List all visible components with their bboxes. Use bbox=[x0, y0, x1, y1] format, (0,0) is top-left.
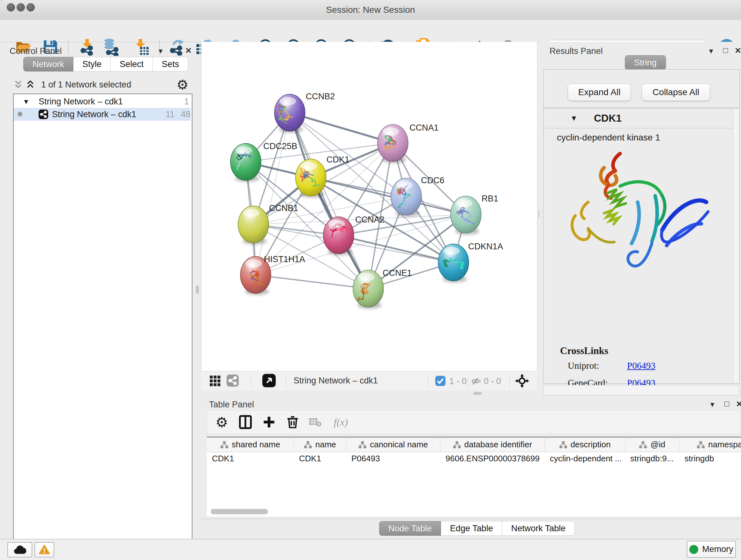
tab-network-table[interactable]: Network Table bbox=[502, 521, 575, 536]
node-table[interactable]: shared name name canonical name database… bbox=[207, 437, 741, 516]
cell-name[interactable]: CDK1 bbox=[294, 452, 346, 465]
network-node-CCNA2[interactable] bbox=[323, 217, 354, 255]
cell-shared-name[interactable]: CDK1 bbox=[207, 452, 294, 465]
network-node-CCNB1[interactable] bbox=[238, 206, 269, 245]
cell-database-identifier[interactable]: 9606.ENSP00000378699 bbox=[441, 452, 545, 465]
tab-style[interactable]: Style bbox=[73, 57, 111, 71]
left-splitter-handle[interactable] bbox=[196, 286, 199, 294]
bottom-splitter-handle[interactable] bbox=[473, 392, 482, 395]
node-label-HIST1H1A: HIST1H1A bbox=[264, 254, 305, 264]
column-header[interactable]: namespace bbox=[679, 437, 741, 452]
show-columns-icon[interactable] bbox=[238, 414, 253, 430]
network-view[interactable]: CCNB2CCNA1CDC25BCDK1CDC6RB1CCNB1CCNA2CDK… bbox=[201, 42, 537, 371]
column-header[interactable]: canonical name bbox=[346, 437, 441, 452]
network-node-RB1[interactable] bbox=[451, 196, 481, 235]
node-label-CDC25B: CDC25B bbox=[263, 141, 297, 151]
collection-label: String Network – cdk1 bbox=[39, 97, 123, 107]
column-header[interactable]: database identifier bbox=[441, 437, 545, 452]
tab-select[interactable]: Select bbox=[111, 57, 153, 71]
divider bbox=[201, 519, 741, 519]
collection-count: 1 bbox=[184, 97, 189, 107]
tab-node-table[interactable]: Node Table bbox=[379, 521, 441, 536]
node-label-CCNA2: CCNA2 bbox=[355, 215, 385, 225]
network-canvas[interactable]: CCNB2CCNA1CDC25BCDK1CDC6RB1CCNB1CCNA2CDK… bbox=[201, 42, 537, 371]
gene-header[interactable]: ▼ CDK1 bbox=[543, 109, 739, 128]
separator bbox=[509, 374, 510, 388]
network-list: ▼ String Network – cdk1 1 String Network… bbox=[13, 94, 192, 560]
panel-close-icon[interactable]: ✕ bbox=[185, 46, 192, 55]
node-label-RB1: RB1 bbox=[482, 194, 498, 203]
network-node-count: 11 bbox=[165, 110, 175, 119]
network-edge-count: 48 bbox=[181, 110, 191, 119]
delete-column-trash-icon[interactable] bbox=[285, 414, 300, 430]
results-horizontal-scrollbar[interactable] bbox=[543, 385, 739, 395]
column-header[interactable]: name bbox=[294, 437, 346, 452]
node-label-CCNA1: CCNA1 bbox=[409, 123, 439, 132]
memory-button[interactable]: Memory bbox=[687, 541, 736, 558]
node-label-CDK1: CDK1 bbox=[327, 155, 349, 165]
warning-icon bbox=[39, 545, 50, 555]
node-label-CCNB1: CCNB1 bbox=[269, 203, 298, 213]
expand-all-button[interactable]: Expand All bbox=[568, 84, 631, 101]
add-column-icon[interactable] bbox=[261, 414, 277, 430]
collection-expand-icon[interactable]: ▼ bbox=[23, 98, 30, 106]
cell-namespace[interactable]: stringdb bbox=[679, 452, 741, 465]
collapse-all-networks-icon[interactable] bbox=[13, 79, 23, 91]
column-header[interactable]: @id bbox=[625, 437, 679, 452]
control-panel: Control Panel ▾ □ ✕ Network Style Select… bbox=[4, 42, 188, 537]
expand-all-networks-icon[interactable] bbox=[25, 79, 36, 91]
table-panel-tabs: Node Table Edge Table Network Table bbox=[379, 521, 575, 536]
open-in-window-button[interactable] bbox=[262, 374, 276, 388]
network-node-CDC25B[interactable] bbox=[230, 143, 261, 182]
panel-float-icon[interactable]: ▾ bbox=[711, 400, 715, 409]
warning-status-button[interactable] bbox=[35, 542, 54, 557]
network-collection-row[interactable]: ▼ String Network – cdk1 1 bbox=[14, 96, 191, 108]
network-node-CCNA1[interactable] bbox=[378, 125, 408, 163]
table-panel-title: Table Panel bbox=[209, 400, 254, 410]
panel-float-icon[interactable]: ▾ bbox=[158, 46, 163, 56]
gene-collapse-icon[interactable]: ▼ bbox=[570, 114, 578, 123]
column-header[interactable]: shared name bbox=[207, 437, 294, 452]
column-type-icon bbox=[220, 441, 228, 449]
fit-move-crosshair-icon[interactable] bbox=[515, 374, 529, 389]
grid-view-icon[interactable] bbox=[209, 375, 221, 388]
panel-close-icon[interactable]: ✕ bbox=[736, 399, 741, 409]
status-bar: Memory bbox=[0, 539, 741, 560]
separator bbox=[251, 374, 251, 388]
panel-maximize-icon[interactable]: □ bbox=[724, 399, 729, 408]
tab-network[interactable]: Network bbox=[23, 57, 73, 71]
column-type-icon bbox=[559, 441, 567, 449]
cloud-status-button[interactable] bbox=[7, 542, 32, 557]
results-vertical-scrollbar[interactable] bbox=[733, 110, 738, 382]
network-options-gear-icon[interactable]: ⚙ bbox=[177, 77, 189, 92]
separator bbox=[428, 374, 428, 388]
panel-maximize-icon[interactable]: □ bbox=[723, 46, 728, 55]
crosslink-uniprot[interactable]: P06493 bbox=[627, 361, 656, 371]
collapse-all-button[interactable]: Collapse All bbox=[642, 84, 710, 101]
table-options-gear-icon[interactable]: ⚙ bbox=[214, 414, 230, 430]
cell-canonical-name[interactable]: P06493 bbox=[346, 452, 441, 465]
tab-string[interactable]: String bbox=[625, 55, 666, 70]
column-header[interactable]: description bbox=[545, 437, 625, 452]
selected-checkbox-icon[interactable] bbox=[435, 376, 446, 387]
crosslink-label: Uniprot: bbox=[568, 361, 599, 371]
cell-id[interactable]: stringdb:9... bbox=[625, 452, 679, 465]
tab-sets[interactable]: Sets bbox=[153, 57, 188, 71]
panel-maximize-icon[interactable]: □ bbox=[174, 46, 179, 55]
tab-edge-table[interactable]: Edge Table bbox=[441, 521, 502, 536]
panel-close-icon[interactable]: ✕ bbox=[735, 46, 741, 55]
hidden-counter: 0 - 0 bbox=[484, 376, 501, 386]
window-title: Session: New Session bbox=[0, 5, 741, 15]
cell-description[interactable]: cyclin-dependent ... bbox=[545, 452, 625, 465]
network-node-CCNE1[interactable] bbox=[353, 270, 384, 309]
hidden-eye-icon[interactable] bbox=[471, 376, 482, 388]
network-badge-gray-icon[interactable] bbox=[226, 374, 239, 388]
panel-float-icon[interactable]: ▾ bbox=[709, 46, 713, 56]
network-node-CCNB2[interactable] bbox=[274, 94, 305, 133]
network-node-CDKN1A[interactable] bbox=[438, 244, 469, 283]
table-row[interactable]: CDK1 CDK1 P06493 9606.ENSP00000378699 cy… bbox=[207, 452, 741, 465]
network-view-title: String Network – cdk1 bbox=[293, 376, 378, 386]
network-row-selected[interactable]: String Network – cdk1 11 48 bbox=[14, 108, 191, 121]
title-bar: Session: New Session bbox=[0, 0, 741, 20]
table-horizontal-scrollbar[interactable] bbox=[211, 509, 268, 514]
